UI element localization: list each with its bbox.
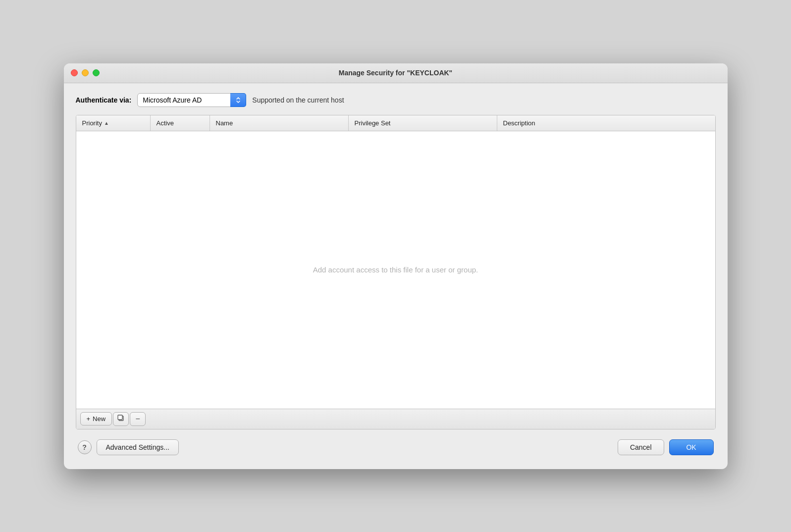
col-description-label: Description <box>503 119 535 127</box>
col-active-label: Active <box>157 119 174 127</box>
col-name-label: Name <box>216 119 233 127</box>
duplicate-button[interactable] <box>113 412 129 426</box>
authenticate-row: Authenticate via: Microsoft Azure AD Fil… <box>76 93 716 107</box>
col-header-description[interactable]: Description <box>497 115 715 131</box>
dialog-content: Authenticate via: Microsoft Azure AD Fil… <box>64 83 728 469</box>
ok-button[interactable]: OK <box>669 439 714 455</box>
traffic-lights <box>71 69 100 76</box>
security-table: Priority ▲ Active Name Privilege Set Des… <box>76 115 716 429</box>
advanced-settings-button[interactable]: Advanced Settings... <box>97 439 179 455</box>
bottom-left: ? Advanced Settings... <box>78 439 179 455</box>
advanced-settings-label: Advanced Settings... <box>106 443 169 451</box>
table-toolbar: + New − <box>76 409 715 429</box>
new-button-label: New <box>93 415 105 423</box>
close-button[interactable] <box>71 69 78 76</box>
bottom-right: Cancel OK <box>618 439 714 455</box>
svg-rect-1 <box>118 415 122 420</box>
authenticate-dropdown[interactable]: Microsoft Azure AD FileMaker <box>137 93 246 107</box>
window-title: Manage Security for "KEYCLOAK" <box>339 69 453 77</box>
col-header-name[interactable]: Name <box>210 115 349 131</box>
supported-text: Supported on the current host <box>252 96 344 104</box>
col-header-privilege[interactable]: Privilege Set <box>349 115 497 131</box>
authenticate-label: Authenticate via: <box>76 96 132 104</box>
title-bar: Manage Security for "KEYCLOAK" <box>64 63 728 83</box>
ok-label: OK <box>686 443 696 451</box>
col-privilege-label: Privilege Set <box>355 119 391 127</box>
cancel-button[interactable]: Cancel <box>618 439 664 455</box>
table-header: Priority ▲ Active Name Privilege Set Des… <box>76 115 715 131</box>
maximize-button[interactable] <box>93 69 100 76</box>
col-header-priority[interactable]: Priority ▲ <box>76 115 151 131</box>
bottom-row: ? Advanced Settings... Cancel OK <box>76 437 716 457</box>
help-button[interactable]: ? <box>78 440 92 454</box>
plus-icon: + <box>87 415 91 423</box>
new-button[interactable]: + New <box>80 412 112 426</box>
help-icon: ? <box>82 443 87 451</box>
table-body: Add account access to this file for a us… <box>76 131 715 409</box>
dialog-window: Manage Security for "KEYCLOAK" Authentic… <box>64 63 728 469</box>
delete-button[interactable]: − <box>130 412 146 426</box>
duplicate-icon <box>117 414 125 424</box>
minus-icon: − <box>135 415 140 423</box>
authenticate-dropdown-wrapper: Microsoft Azure AD FileMaker <box>137 93 246 107</box>
empty-state-text: Add account access to this file for a us… <box>313 266 478 274</box>
col-header-active[interactable]: Active <box>151 115 210 131</box>
sort-arrow-icon: ▲ <box>104 120 109 126</box>
minimize-button[interactable] <box>82 69 89 76</box>
col-priority-label: Priority <box>82 119 102 127</box>
cancel-label: Cancel <box>630 443 652 451</box>
